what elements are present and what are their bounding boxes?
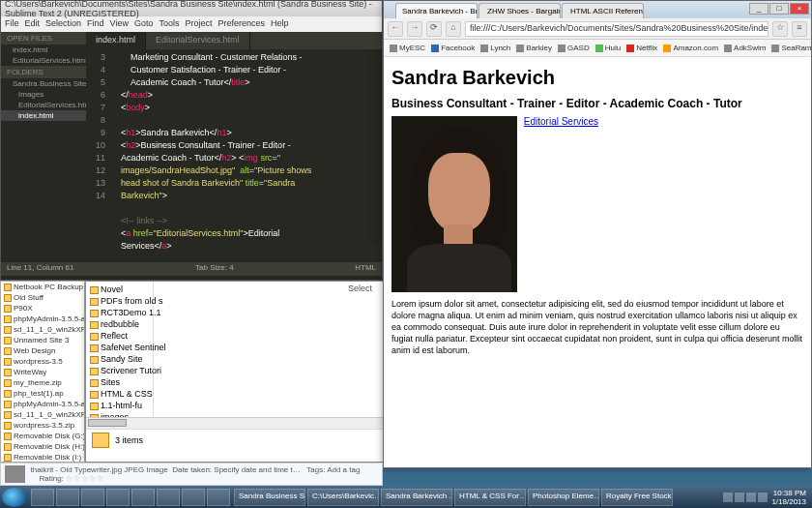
taskbar-item[interactable]: Royalty Free Stock… — [601, 489, 673, 506]
close-button[interactable]: × — [790, 3, 809, 15]
maximize-button[interactable]: □ — [769, 3, 789, 15]
nav-item[interactable]: Netbook PC Backup — [1, 282, 84, 292]
pinned-app-icon[interactable] — [182, 489, 205, 506]
minimap[interactable] — [366, 49, 382, 243]
browser-tab[interactable]: Sandra Barkevich - Busin — [395, 3, 478, 18]
nav-item[interactable]: Removable Disk (I:) — [1, 452, 84, 463]
list-item[interactable]: SafeNet Sentinel — [88, 342, 151, 353]
menu-help[interactable]: Help — [271, 18, 289, 30]
sidebar-item[interactable]: Images — [1, 89, 86, 100]
taskbar-item[interactable]: Sandra Business Site — [234, 489, 305, 506]
menu-icon[interactable]: ≡ — [792, 21, 807, 37]
sidebar-item[interactable]: index.html — [1, 45, 86, 55]
taskbar-item[interactable]: C:\Users\Barkevic… — [307, 489, 379, 506]
browser-tab[interactable]: ZHW Shoes - Bargain Fo — [478, 3, 561, 18]
scroll-thumb[interactable] — [88, 419, 127, 427]
menu-goto[interactable]: Goto — [134, 18, 154, 30]
sidebar-item[interactable]: Sandra Business Site — [1, 78, 86, 89]
list-item[interactable]: PDFs from old s — [88, 295, 151, 307]
start-button[interactable] — [2, 488, 27, 507]
bookmark-adkswim[interactable]: AdkSwim — [724, 44, 766, 52]
nav-item[interactable]: my_theme.zip — [1, 377, 84, 388]
pinned-app-icon[interactable] — [106, 489, 130, 506]
list-item[interactable]: Novel — [88, 284, 151, 295]
nav-item[interactable]: sd_11_1_0_win2kXPVis — [1, 324, 84, 335]
bookmark-gasd[interactable]: GASD — [558, 44, 590, 52]
menu-preferences[interactable]: Preferences — [218, 18, 265, 30]
tray-icon[interactable] — [723, 493, 733, 502]
taskbar-item[interactable]: Sandra Barkevich … — [381, 489, 452, 506]
bookmark-netflix[interactable]: Netflix — [626, 44, 657, 52]
nav-item[interactable]: wordpress-3.5 — [1, 356, 84, 367]
pinned-app-icon[interactable] — [207, 489, 230, 506]
nav-item[interactable]: sd_11_1_0_win2kXPVis — [1, 409, 84, 420]
bookmark-facebook[interactable]: Facebook — [431, 44, 475, 52]
bookmark-barkley[interactable]: Barkley — [516, 44, 552, 52]
nav-item[interactable]: Old Stuff — [1, 292, 84, 303]
back-button[interactable]: ← — [388, 21, 403, 37]
nav-item[interactable]: Unnamed Site 3 — [1, 335, 84, 345]
editorial-services-link[interactable]: Editorial Services — [524, 116, 598, 127]
date-value[interactable]: Specify date and time t… — [214, 465, 300, 474]
sidebar-item[interactable]: EditorialServices.html — [1, 55, 86, 66]
pinned-app-icon[interactable] — [157, 489, 180, 506]
list-item[interactable]: Scrivener Tutori — [88, 365, 151, 376]
code-content[interactable]: Marketing Consultant - Customer Relation… — [111, 49, 382, 262]
browser-tab[interactable]: HTML ASCII Reference — [562, 3, 644, 18]
nav-item[interactable]: phpMyAdmin-3.5.5-a — [1, 399, 84, 409]
address-bar[interactable]: file:///C:/Users/Barkevich/Documents/Sit… — [465, 21, 768, 37]
home-button[interactable]: ⌂ — [446, 21, 461, 37]
menu-view[interactable]: View — [110, 18, 129, 30]
list-item[interactable]: Sandy Site — [88, 353, 151, 365]
status-tabsize[interactable]: Tab Size: 4 — [195, 263, 234, 275]
bookmark-lynch[interactable]: Lynch — [480, 44, 510, 52]
sidebar-item[interactable]: EditorialServices.html — [1, 100, 86, 110]
nav-item[interactable]: Web Design — [1, 345, 84, 356]
pinned-app-icon[interactable] — [81, 489, 104, 506]
tray-icon[interactable] — [735, 493, 744, 502]
taskbar-item[interactable]: Photoshop Eleme… — [528, 489, 599, 506]
tab-index[interactable]: index.html — [86, 32, 146, 49]
menu-file[interactable]: File — [5, 18, 19, 30]
bookmark-amazon.com[interactable]: Amazon.com — [663, 44, 718, 52]
tray-icon[interactable] — [758, 493, 768, 502]
list-item[interactable]: 1.1-html-fu — [88, 400, 151, 411]
nav-item[interactable]: phpMyAdmin-3.5.5-a — [1, 314, 84, 324]
forward-button[interactable]: → — [407, 21, 422, 37]
nav-item[interactable]: P90X — [1, 303, 84, 314]
pinned-app-icon[interactable] — [131, 489, 155, 506]
menu-selection[interactable]: Selection — [45, 18, 81, 30]
tray-icon[interactable] — [746, 493, 756, 502]
bookmark-myesc[interactable]: MyESC — [390, 44, 425, 52]
menu-find[interactable]: Find — [87, 18, 104, 30]
explorer-scrollbar[interactable] — [86, 417, 384, 429]
taskbar-item[interactable]: HTML & CSS For… — [454, 489, 526, 506]
tab-editorial[interactable]: EditorialServices.html — [146, 32, 250, 49]
list-item[interactable]: Reflect — [88, 330, 151, 342]
pinned-explorer-icon[interactable] — [56, 489, 79, 506]
menu-tools[interactable]: Tools — [159, 18, 179, 30]
menu-project[interactable]: Project — [185, 18, 212, 30]
taskbar-clock[interactable]: 10:38 PM 1/18/2013 — [771, 489, 806, 506]
code-area[interactable]: 34567891011121314 Marketing Consultant -… — [86, 49, 382, 262]
nav-item[interactable]: php_test(1).ap — [1, 388, 84, 399]
menu-edit[interactable]: Edit — [25, 18, 41, 30]
list-item[interactable]: Sites — [88, 376, 151, 388]
pinned-ie-icon[interactable] — [31, 489, 54, 506]
sidebar-item[interactable]: index.html — [1, 110, 86, 121]
bookmark-star-icon[interactable]: ☆ — [772, 21, 788, 37]
status-syntax[interactable]: HTML — [355, 263, 376, 275]
nav-item[interactable]: Removable Disk (G:) — [1, 431, 84, 441]
rating-stars[interactable]: ☆☆☆☆☆ — [66, 474, 104, 483]
nav-item[interactable]: Removable Disk (H:) — [1, 441, 84, 452]
sublime-titlebar[interactable]: C:\Users\Barkevich\Documents\Sites\Sandr… — [1, 1, 382, 16]
minimize-button[interactable]: _ — [749, 3, 768, 15]
tags-value[interactable]: Add a tag — [327, 465, 360, 474]
list-item[interactable]: HTML & CSS — [88, 388, 151, 400]
list-item[interactable]: redbubble — [88, 318, 151, 330]
bookmark-hulu[interactable]: Hulu — [595, 44, 621, 52]
nav-item[interactable]: WriteWay — [1, 367, 84, 377]
bookmark-searams[interactable]: SeaRams — [771, 44, 812, 52]
nav-item[interactable]: wordpress-3.5.zip — [1, 420, 84, 431]
list-item[interactable]: RCT3Demo 1.1 — [88, 307, 151, 318]
